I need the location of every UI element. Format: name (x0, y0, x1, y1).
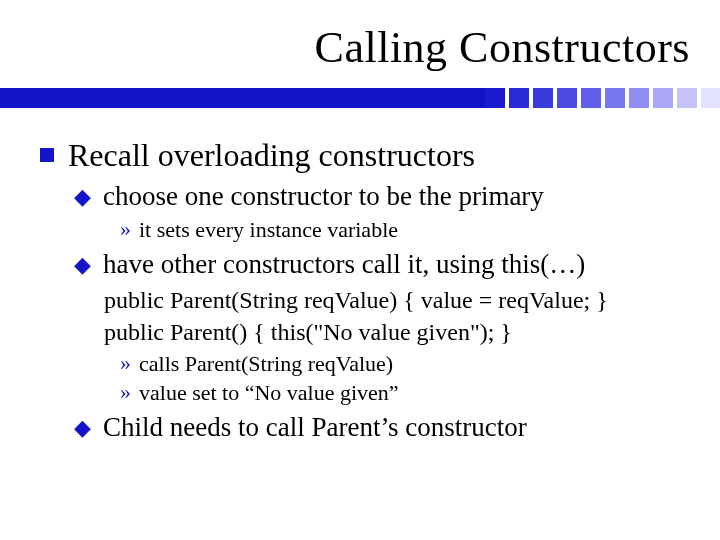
bullet-level3: » calls Parent(String reqValue) (120, 350, 690, 378)
decor-square (701, 88, 720, 108)
bullet-text: Recall overloading constructors (68, 136, 475, 174)
bullet-level3: » it sets every instance variable (120, 216, 690, 244)
bullet-text: have other constructors call it, using t… (103, 248, 585, 282)
decor-square (605, 88, 625, 108)
diamond-bullet-icon: ◆ (74, 186, 91, 208)
chevron-bullet-icon: » (120, 216, 131, 242)
decor-square (533, 88, 553, 108)
code-line: public Parent(String reqValue) { value =… (104, 285, 690, 316)
decor-bar-solid (0, 88, 485, 108)
slide-title: Calling Constructors (315, 22, 690, 73)
decor-square (485, 88, 505, 108)
bullet-level3: » value set to “No value given” (120, 379, 690, 407)
decor-square (677, 88, 697, 108)
bullet-text: it sets every instance variable (139, 216, 398, 244)
bullet-level2: ◆ choose one constructor to be the prima… (74, 180, 690, 214)
slide: Calling Constructors Recall overloading … (0, 0, 720, 540)
bullet-level2: ◆ have other constructors call it, using… (74, 248, 690, 282)
bullet-text: choose one constructor to be the primary (103, 180, 544, 214)
diamond-bullet-icon: ◆ (74, 254, 91, 276)
decor-bar (0, 88, 720, 108)
decor-square (581, 88, 601, 108)
slide-body: Recall overloading constructors ◆ choose… (40, 136, 690, 447)
bullet-level1: Recall overloading constructors (40, 136, 690, 174)
decor-square (629, 88, 649, 108)
chevron-bullet-icon: » (120, 350, 131, 376)
bullet-text: calls Parent(String reqValue) (139, 350, 393, 378)
decor-square (557, 88, 577, 108)
code-line: public Parent() { this("No value given")… (104, 317, 690, 348)
code-block: public Parent(String reqValue) { value =… (104, 285, 690, 347)
decor-square (509, 88, 529, 108)
bullet-level2: ◆ Child needs to call Parent’s construct… (74, 411, 690, 445)
bullet-text: Child needs to call Parent’s constructor (103, 411, 527, 445)
square-bullet-icon (40, 148, 54, 162)
diamond-bullet-icon: ◆ (74, 417, 91, 439)
chevron-bullet-icon: » (120, 379, 131, 405)
bullet-text: value set to “No value given” (139, 379, 399, 407)
decor-square (653, 88, 673, 108)
